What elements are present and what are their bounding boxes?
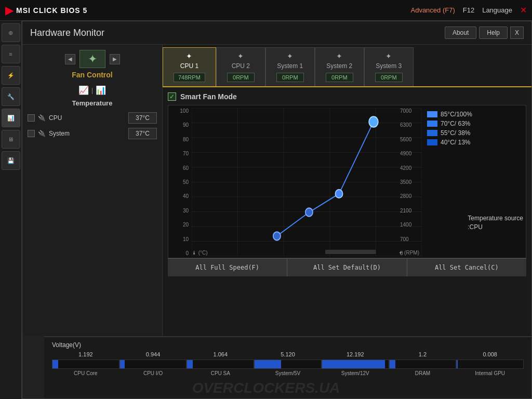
- window-close-button[interactable]: X: [510, 26, 524, 39]
- svg-point-20: [335, 190, 342, 198]
- smart-fan-checkbox[interactable]: ✓: [168, 92, 176, 101]
- voltage-bar-track-igpu: [456, 360, 524, 369]
- language-label[interactable]: Language: [482, 6, 512, 14]
- voltage-title: Voltage(V): [52, 341, 524, 349]
- sidebar-tab-1[interactable]: ⊕: [2, 23, 20, 42]
- voltage-val-cpu-sa: 1.064: [214, 351, 228, 357]
- voltage-item-igpu: 0.008 Internal GPU: [456, 351, 524, 376]
- left-panel: ◀ ✦ ▶ Fan Control 📈 | 📊 Temperature 🔌 CP…: [22, 45, 163, 336]
- fan-chart: 100 90 80 70 60 50 40 30 20 10 0: [168, 105, 526, 258]
- fan-tab-icon-sys1: ✦: [287, 52, 293, 60]
- voltage-bar-track-cpu-io: [119, 360, 187, 369]
- chart-icon: 📊: [96, 85, 106, 95]
- sidebar-tab-3[interactable]: ⚡: [2, 66, 20, 85]
- prev-arrow-button[interactable]: ◀: [65, 54, 75, 64]
- fan-tab-rpm-cpu1: 748RPM: [174, 73, 205, 82]
- temp-icon-row: 📈 | 📊: [28, 85, 157, 95]
- title-bar: Hardware Monitor About Help X: [22, 21, 531, 45]
- voltage-bar-track-dram: [389, 360, 457, 369]
- system-sensor-icon: 🔌: [38, 130, 46, 137]
- svg-point-21: [369, 116, 378, 127]
- legend-bar-2: [427, 121, 437, 127]
- voltage-section: Voltage(V) 1.192 CPU Core 0.944 CPU I/O …: [44, 336, 531, 398]
- voltage-item-sys12v: 12.192 System/12V: [322, 351, 389, 376]
- next-arrow-button[interactable]: ▶: [110, 54, 120, 64]
- advanced-label[interactable]: Advanced (F7): [410, 6, 455, 14]
- cpu-checkbox[interactable]: [28, 114, 35, 122]
- help-button[interactable]: Help: [479, 26, 508, 39]
- legend-item-3: 55°C/ 38%: [427, 129, 523, 137]
- fan-tab-rpm-sys3: 0RPM: [375, 73, 403, 82]
- fan-tab-cpu1[interactable]: ✦ CPU 1 748RPM: [163, 47, 216, 86]
- fan-tab-name-sys1: System 1: [277, 62, 303, 70]
- voltage-bar-fill-sys12v: [322, 360, 385, 368]
- sensor-row-cpu: 🔌 CPU 37°C: [28, 112, 157, 124]
- temp-source: Temperature source :CPU: [468, 214, 523, 232]
- fan-tab-icon-cpu2: ✦: [237, 52, 244, 60]
- chart-x-labels: 🌡 (°C) ✦ (RPM): [192, 247, 422, 258]
- voltage-val-igpu: 0.008: [483, 351, 497, 357]
- voltage-val-cpu-core: 1.192: [78, 351, 93, 357]
- logo-text: MSI CLICK BIOS 5: [16, 6, 87, 15]
- fan-tab-sys2[interactable]: ✦ System 2 0RPM: [315, 47, 364, 86]
- title-bar-buttons: About Help X: [445, 26, 524, 39]
- cpu-sensor-value: 37°C: [128, 112, 157, 124]
- voltage-bar-fill-dram: [390, 360, 395, 368]
- voltage-item-cpu-sa: 1.064 CPU SA: [187, 351, 254, 376]
- top-bar: ▶ MSI CLICK BIOS 5 Advanced (F7) F12 Lan…: [0, 0, 532, 21]
- sidebar-tab-4[interactable]: 🔧: [2, 87, 20, 106]
- sidebar-tab-5[interactable]: 📊: [2, 109, 20, 127]
- voltage-bar-track-cpu-sa: [187, 360, 254, 369]
- legend-item-4: 40°C/ 13%: [427, 139, 523, 146]
- voltage-val-sys5v: 5.120: [281, 351, 295, 357]
- fan-tab-rpm-sys1: 0RPM: [276, 73, 304, 82]
- cpu-sensor-name: CPU: [49, 114, 125, 122]
- smart-fan-area: ✓ Smart Fan Mode 100 90 80 70 60 50 40 3…: [163, 87, 531, 336]
- voltage-bar-track-sys12v: [322, 360, 389, 369]
- system-checkbox[interactable]: [28, 130, 35, 137]
- smart-fan-header: ✓ Smart Fan Mode: [168, 92, 526, 101]
- legend-text-4: 40°C/ 13%: [441, 139, 471, 146]
- legend-item-2: 70°C/ 63%: [427, 120, 523, 127]
- voltage-name-igpu: Internal GPU: [475, 370, 505, 376]
- voltage-bar-fill-igpu: [457, 360, 457, 368]
- right-panel: ✦ CPU 1 748RPM ✦ CPU 2 0RPM ✦ System 1 0…: [163, 45, 531, 336]
- legend-bar-3: [427, 130, 437, 136]
- voltage-bar-track-cpu-core: [52, 360, 119, 369]
- voltage-bar-fill-sys5v: [255, 360, 281, 368]
- voltage-name-cpu-sa: CPU SA: [211, 370, 230, 376]
- fan-tab-rpm-cpu2: 0RPM: [227, 73, 255, 82]
- sidebar-tab-7[interactable]: 💾: [2, 151, 20, 170]
- voltage-item-cpu-core: 1.192 CPU Core: [52, 351, 119, 376]
- f12-label[interactable]: F12: [463, 6, 474, 14]
- fan-tab-cpu2[interactable]: ✦ CPU 2 0RPM: [216, 47, 265, 86]
- chart-y-labels-right: 7000 6300 5600 4900 4200 3500 2800 2100 …: [398, 108, 422, 256]
- top-bar-right: Advanced (F7) F12 Language ✕: [410, 5, 527, 15]
- voltage-name-cpu-core: CPU Core: [74, 370, 98, 376]
- sidebar-tab-2[interactable]: ≡: [2, 45, 20, 63]
- svg-point-19: [305, 208, 313, 216]
- voltage-bar-track-sys5v: [254, 360, 322, 369]
- about-button[interactable]: About: [445, 26, 476, 39]
- chart-svg: [192, 108, 422, 256]
- voltage-name-sys5v: System/5V: [275, 370, 300, 376]
- all-set-default-button[interactable]: All Set Default(D): [287, 259, 407, 276]
- main-window: Hardware Monitor About Help X ◀ ✦ ▶ Fan …: [22, 21, 532, 399]
- all-full-speed-button[interactable]: All Full Speed(F): [168, 259, 287, 276]
- sidebar-tab-6[interactable]: 🖥: [2, 130, 20, 149]
- voltage-name-dram: DRAM: [415, 370, 430, 376]
- x-unit-label: 🌡 (°C): [192, 250, 208, 256]
- fan-control-label: Fan Control: [28, 71, 157, 79]
- legend-text-3: 55°C/ 38%: [441, 129, 471, 137]
- fan-tabs: ✦ CPU 1 748RPM ✦ CPU 2 0RPM ✦ System 1 0…: [163, 45, 531, 87]
- fan-tab-sys3[interactable]: ✦ System 3 0RPM: [364, 47, 414, 86]
- rpm-unit-label: ✦ (RPM): [398, 250, 419, 256]
- fan-tab-icon-sys3: ✦: [385, 52, 392, 60]
- all-set-cancel-button[interactable]: All Set Cancel(C): [407, 259, 526, 276]
- voltage-item-sys5v: 5.120 System/5V: [254, 351, 322, 376]
- fan-tab-sys1[interactable]: ✦ System 1 0RPM: [265, 47, 315, 86]
- system-sensor-name: System: [49, 130, 125, 137]
- top-close-button[interactable]: ✕: [520, 5, 527, 15]
- fan-tab-rpm-sys2: 0RPM: [326, 73, 353, 82]
- fan-tab-icon-cpu1: ✦: [186, 52, 192, 60]
